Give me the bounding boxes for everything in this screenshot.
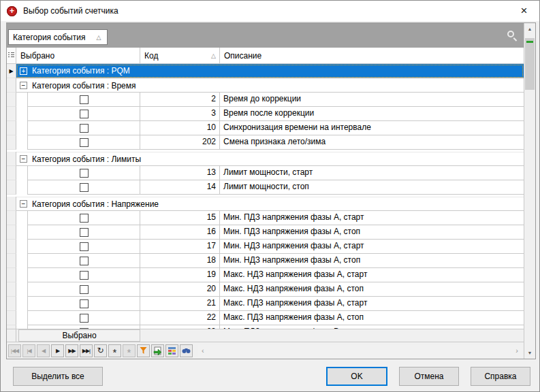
table-row[interactable]: 3 Время после коррекции <box>7 107 524 121</box>
asterisk-icon: * <box>127 350 131 355</box>
vertical-scroll-track[interactable] <box>524 35 535 347</box>
collapse-icon[interactable]: − <box>20 200 27 208</box>
selected-cell[interactable] <box>28 93 140 107</box>
append-record-button[interactable]: * <box>108 344 121 357</box>
selected-cell[interactable] <box>28 240 140 254</box>
selected-cell[interactable] <box>28 311 140 325</box>
column-header-description[interactable]: Описание <box>220 48 524 63</box>
vertical-scroll-thumb[interactable] <box>525 38 535 90</box>
selected-cell[interactable] <box>28 121 140 135</box>
collapse-icon[interactable]: − <box>20 82 27 89</box>
close-icon: × <box>521 4 528 18</box>
group-by-panel[interactable]: Категория события △ <box>7 23 524 48</box>
selected-cell[interactable] <box>28 107 140 121</box>
horizontal-scrollbar[interactable]: ‹ › <box>198 345 522 357</box>
selected-cell[interactable] <box>28 225 140 240</box>
app-icon-glyph: + <box>10 7 14 15</box>
row-indicator-cell <box>7 93 16 107</box>
table-row[interactable]: 15 Мин. ПДЗ напряжения фазы А, старт <box>7 211 524 225</box>
scroll-up-icon[interactable]: ▲ <box>524 23 535 35</box>
first-record-button[interactable]: |◀◀ <box>8 344 21 357</box>
checkbox[interactable] <box>80 110 89 118</box>
help-button[interactable]: Справка <box>471 367 530 386</box>
selected-cell[interactable] <box>28 211 140 225</box>
last-record-button[interactable]: ▶▶| <box>80 344 93 357</box>
column-header-selected[interactable]: Выбрано <box>16 48 140 63</box>
checkbox[interactable] <box>80 169 89 178</box>
table-row[interactable]: 14 Лимит мощности, стоп <box>7 180 524 195</box>
next-record-button[interactable]: ▶ <box>51 344 64 357</box>
post-edit-button[interactable] <box>151 344 164 357</box>
table-row[interactable]: 20 Макс. НДЗ напряжения фазы А, стоп <box>7 282 524 297</box>
row-indicator-cell <box>7 282 16 297</box>
table-row[interactable]: 202 Смена признака лето/зима <box>7 135 524 150</box>
checkbox[interactable] <box>80 124 89 133</box>
selected-cell[interactable] <box>28 297 140 311</box>
selected-cell[interactable] <box>28 282 140 297</box>
table-row[interactable]: 21 Макс. ПДЗ напряжения фазы А, старт <box>7 297 524 311</box>
group-row[interactable]: −Категория события : Время <box>7 78 524 93</box>
checkbox[interactable] <box>80 138 89 147</box>
selected-cell[interactable] <box>28 254 140 268</box>
checkbox[interactable] <box>80 242 89 251</box>
select-all-button[interactable]: Выделить все <box>13 367 103 386</box>
filter-button[interactable] <box>137 344 150 357</box>
description-cell: Лимит мощности, стоп <box>220 180 524 195</box>
description-cell: Мин. ПДЗ напряжения фазы А, стоп <box>220 225 524 240</box>
group-row[interactable]: −Категория события : Напряжение <box>7 197 524 211</box>
prev-page-button[interactable]: |◀ <box>22 344 35 357</box>
table-row[interactable]: 13 Лимит мощности, старт <box>7 166 524 180</box>
customize-grid-button[interactable] <box>165 344 178 357</box>
search-icon[interactable] <box>507 30 518 41</box>
color-grid-icon <box>168 346 176 355</box>
expand-icon[interactable]: + <box>20 67 27 75</box>
table-row[interactable]: 18 Мин. НДЗ напряжения фазы А, стоп <box>7 254 524 268</box>
table-row[interactable]: 2 Время до коррекции <box>7 93 524 107</box>
checkbox[interactable] <box>80 314 89 323</box>
cancel-button[interactable]: Отмена <box>399 367 459 386</box>
selected-cell[interactable] <box>28 135 140 150</box>
checkbox[interactable] <box>80 257 89 265</box>
column-header-code[interactable]: Код △ <box>140 48 220 63</box>
collapse-icon[interactable]: − <box>20 155 27 163</box>
scroll-right-icon[interactable]: › <box>515 346 518 355</box>
checkbox[interactable] <box>80 271 89 280</box>
table-row[interactable]: 10 Синхронизация времени на интервале <box>7 121 524 135</box>
checkbox[interactable] <box>80 183 89 192</box>
scroll-left-icon[interactable]: ‹ <box>202 346 204 355</box>
table-row[interactable]: 17 Мин. НДЗ напряжения фазы А, старт <box>7 240 524 254</box>
ok-button[interactable]: OK <box>326 367 387 386</box>
checkbox[interactable] <box>80 228 89 237</box>
table-row[interactable]: 22 Макс. ПДЗ напряжения фазы А, стоп <box>7 311 524 325</box>
selected-cell[interactable] <box>28 166 140 180</box>
group-row[interactable]: ▶ +Категория события : PQM <box>7 64 524 78</box>
asterisk-icon: * <box>113 350 117 355</box>
group-label: Категория события : Лимиты <box>32 154 141 164</box>
checkbox[interactable] <box>80 214 89 223</box>
grouped-column-header[interactable]: Категория события △ <box>8 29 108 45</box>
table-row[interactable]: 16 Мин. ПДЗ напряжения фазы А, стоп <box>7 225 524 240</box>
vertical-scrollbar[interactable]: ▲ ▼ <box>524 23 535 359</box>
checkbox[interactable] <box>80 299 89 308</box>
next-page-button[interactable]: ▶▶ <box>65 344 78 357</box>
selected-cell[interactable] <box>28 268 140 282</box>
checkbox[interactable] <box>80 285 89 294</box>
checkbox[interactable] <box>80 95 89 104</box>
find-button[interactable] <box>180 344 193 357</box>
focused-row-arrow-icon: ▶ <box>9 68 13 74</box>
sheet-arrow-icon <box>153 346 162 355</box>
code-cell: 15 <box>140 211 220 225</box>
group-row[interactable]: −Категория события : Лимиты <box>7 152 524 166</box>
prev-record-button[interactable]: ◀ <box>37 344 50 357</box>
close-button[interactable]: × <box>509 1 539 21</box>
row-indicator-cell <box>7 107 16 121</box>
events-grid: Категория события △ <box>6 22 536 359</box>
scroll-down-icon[interactable]: ▼ <box>524 347 535 359</box>
table-row[interactable]: 19 Макс. НДЗ напряжения фазы А, старт <box>7 268 524 282</box>
selected-cell[interactable] <box>28 180 140 195</box>
refresh-button[interactable]: ↻ <box>94 344 107 357</box>
row-indicator-cell <box>7 225 16 240</box>
row-indicator-cell <box>7 152 16 166</box>
edit-record-button[interactable]: * <box>123 344 136 357</box>
row-indicator-cell <box>7 78 16 93</box>
